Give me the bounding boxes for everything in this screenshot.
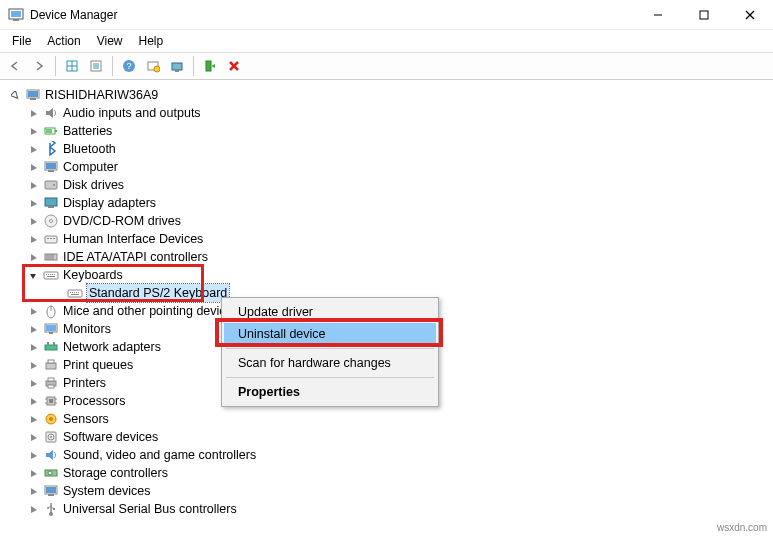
- tree-node-label: Computer: [63, 158, 118, 176]
- tree-node-label: Printers: [63, 374, 106, 392]
- svg-rect-32: [45, 181, 57, 189]
- expand-icon[interactable]: [26, 142, 40, 156]
- tree-node[interactable]: Audio inputs and outputs: [4, 104, 769, 122]
- display-icon: [42, 195, 60, 211]
- svg-rect-18: [172, 63, 182, 70]
- expand-icon[interactable]: [26, 124, 40, 138]
- expand-icon[interactable]: [26, 214, 40, 228]
- svg-rect-35: [48, 206, 54, 208]
- expand-icon[interactable]: [26, 394, 40, 408]
- tree-node-label: Mice and other pointing devices: [63, 302, 239, 320]
- computer-icon: [42, 159, 60, 175]
- tree-node[interactable]: Display adapters: [4, 194, 769, 212]
- forward-button[interactable]: [28, 55, 50, 77]
- tree-node[interactable]: System devices: [4, 482, 769, 500]
- menu-help[interactable]: Help: [131, 32, 172, 50]
- expand-icon[interactable]: [26, 106, 40, 120]
- expand-icon[interactable]: [26, 448, 40, 462]
- expand-icon[interactable]: [26, 160, 40, 174]
- menu-file[interactable]: File: [4, 32, 39, 50]
- system-icon: [42, 483, 60, 499]
- help-button[interactable]: ?: [118, 55, 140, 77]
- tree-node[interactable]: Computer: [4, 158, 769, 176]
- tree-node[interactable]: Sound, video and game controllers: [4, 446, 769, 464]
- minimize-button[interactable]: [635, 0, 681, 30]
- tree-root-label: RISHIDHARIW36A9: [45, 86, 158, 104]
- tree-node[interactable]: Disk drives: [4, 176, 769, 194]
- expand-icon[interactable]: [26, 232, 40, 246]
- ide-icon: [42, 249, 60, 265]
- expand-icon[interactable]: [26, 502, 40, 516]
- tree-node[interactable]: Human Interface Devices: [4, 230, 769, 248]
- tree-node-label: Human Interface Devices: [63, 230, 203, 248]
- ctx-scan-hardware[interactable]: Scan for hardware changes: [224, 352, 436, 374]
- expand-icon[interactable]: [26, 340, 40, 354]
- expand-icon[interactable]: [26, 304, 40, 318]
- tree-node[interactable]: Universal Serial Bus controllers: [4, 500, 769, 518]
- tree-node[interactable]: DVD/CD-ROM drives: [4, 212, 769, 230]
- ctx-uninstall-device[interactable]: Uninstall device: [224, 323, 436, 345]
- menu-action[interactable]: Action: [39, 32, 88, 50]
- expand-icon[interactable]: [26, 178, 40, 192]
- toolbar-separator: [55, 56, 56, 76]
- expand-icon[interactable]: [26, 466, 40, 480]
- app-icon: [8, 7, 24, 23]
- expand-icon[interactable]: [26, 322, 40, 336]
- enable-device-button[interactable]: [199, 55, 221, 77]
- expand-icon[interactable]: [26, 430, 40, 444]
- svg-point-37: [50, 220, 53, 223]
- ctx-update-driver[interactable]: Update driver: [224, 301, 436, 323]
- svg-rect-27: [55, 130, 57, 132]
- disk-icon: [42, 177, 60, 193]
- maximize-button[interactable]: [681, 0, 727, 30]
- tree-node[interactable]: Storage controllers: [4, 464, 769, 482]
- svg-rect-2: [13, 19, 19, 21]
- context-menu-separator: [226, 348, 434, 349]
- svg-point-33: [53, 184, 55, 186]
- software-icon: [42, 429, 60, 445]
- svg-rect-28: [46, 129, 52, 133]
- tree-node-label: Monitors: [63, 320, 111, 338]
- context-menu-separator: [226, 377, 434, 378]
- scan-button[interactable]: [142, 55, 164, 77]
- tree-node-label: Audio inputs and outputs: [63, 104, 201, 122]
- hid-icon: [42, 231, 60, 247]
- update-driver-button[interactable]: [166, 55, 188, 77]
- close-button[interactable]: [727, 0, 773, 30]
- tree-node[interactable]: Batteries: [4, 122, 769, 140]
- show-hidden-button[interactable]: [61, 55, 83, 77]
- svg-rect-68: [53, 342, 55, 345]
- svg-point-17: [154, 66, 160, 72]
- svg-rect-67: [47, 342, 49, 345]
- expand-icon[interactable]: [26, 484, 40, 498]
- expand-icon[interactable]: [8, 88, 22, 102]
- watermark: wsxdn.com: [717, 522, 767, 533]
- ctx-properties[interactable]: Properties: [224, 381, 436, 403]
- svg-text:?: ?: [126, 61, 131, 71]
- tree-node[interactable]: Bluetooth: [4, 140, 769, 158]
- tree-node[interactable]: Software devices: [4, 428, 769, 446]
- tree-node[interactable]: Sensors: [4, 410, 769, 428]
- tree-node-label: Processors: [63, 392, 126, 410]
- bluetooth-icon: [42, 141, 60, 157]
- expand-icon[interactable]: [26, 358, 40, 372]
- svg-rect-4: [700, 11, 708, 19]
- tree-node-label: Display adapters: [63, 194, 156, 212]
- expand-icon[interactable]: [26, 376, 40, 390]
- tree-root[interactable]: RISHIDHARIW36A9: [4, 86, 769, 104]
- usb-icon: [42, 501, 60, 517]
- expand-icon[interactable]: [26, 250, 40, 264]
- expand-icon[interactable]: [26, 196, 40, 210]
- svg-rect-19: [175, 70, 179, 72]
- back-button[interactable]: [4, 55, 26, 77]
- menu-view[interactable]: View: [89, 32, 131, 50]
- svg-rect-75: [49, 399, 53, 403]
- monitor-icon: [42, 321, 60, 337]
- properties-button[interactable]: [85, 55, 107, 77]
- tree-node-label: Storage controllers: [63, 464, 168, 482]
- expand-icon[interactable]: [26, 412, 40, 426]
- svg-rect-69: [46, 363, 56, 369]
- toolbar: ?: [0, 52, 773, 80]
- svg-rect-30: [46, 163, 56, 169]
- uninstall-button[interactable]: [223, 55, 245, 77]
